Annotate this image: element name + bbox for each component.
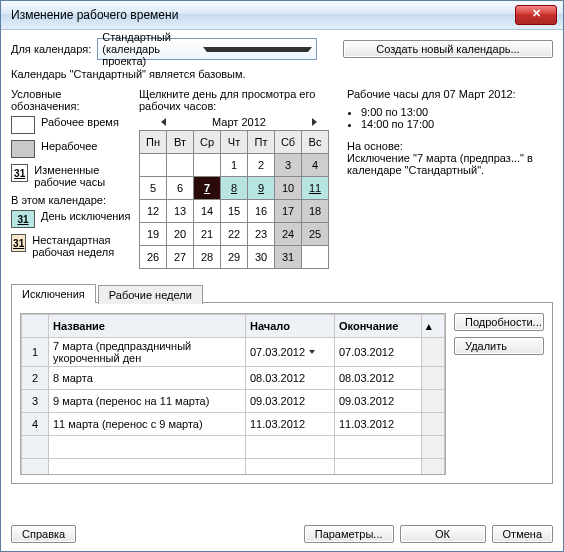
calendar-grid: ПнВтСрЧтПтСбВс12345678910111213141516171… (139, 130, 329, 269)
calendar-day[interactable]: 17 (275, 200, 302, 223)
calendar-day[interactable]: 15 (221, 200, 248, 223)
swatch-modified: 31 (11, 164, 28, 182)
calendar-day[interactable]: 14 (194, 200, 221, 223)
titlebar[interactable]: Изменение рабочего времени ✕ (1, 1, 563, 30)
swatch-nonstd-week: 31 (11, 234, 26, 252)
calendar-dow: Ср (194, 131, 221, 154)
swatch-exception: 31 (11, 210, 35, 228)
calendar-day[interactable] (194, 154, 221, 177)
calendar-select-value: Стандартный (календарь проекта) (102, 31, 203, 67)
calendar-day[interactable]: 7 (194, 177, 221, 200)
prev-month-icon[interactable] (161, 118, 166, 126)
table-row[interactable] (22, 459, 445, 476)
table-row[interactable]: 411 марта (перенос с 9 марта)11.03.20121… (22, 413, 445, 436)
calendar-day[interactable]: 13 (167, 200, 194, 223)
calendar-day[interactable]: 31 (275, 246, 302, 269)
calendar-dow: Сб (275, 131, 302, 154)
close-button[interactable]: ✕ (515, 5, 557, 25)
calendar-panel: Щелкните день для просмотра его рабочих … (139, 88, 339, 269)
calendar-instruction: Щелкните день для просмотра его рабочих … (139, 88, 339, 112)
calendar-day[interactable] (167, 154, 194, 177)
chevron-down-icon (203, 47, 312, 52)
calendar-select[interactable]: Стандартный (календарь проекта) (97, 38, 317, 60)
for-calendar-label: Для календаря: (11, 43, 91, 55)
calendar-day[interactable]: 9 (248, 177, 275, 200)
calendar-day[interactable]: 8 (221, 177, 248, 200)
working-hours-title: Рабочие часы для 07 Март 2012: (347, 88, 553, 100)
options-button[interactable]: Параметры... (304, 525, 394, 543)
calendar-day[interactable]: 23 (248, 223, 275, 246)
calendar-day[interactable]: 25 (302, 223, 329, 246)
day-detail-panel: Рабочие часы для 07 Март 2012: 9:00 по 1… (347, 88, 553, 269)
base-calendar-note: Календарь "Стандартный" является базовым… (11, 68, 553, 80)
legend-nonstd-label: Нестандартная рабочая неделя (32, 234, 131, 258)
exceptions-grid: НазваниеНачалоОкончание▴17 марта (предпр… (21, 314, 445, 475)
legend-panel: Условные обозначения: Рабочее время Нера… (11, 88, 131, 269)
calendar-dow: Пт (248, 131, 275, 154)
help-button[interactable]: Справка (11, 525, 76, 543)
table-row[interactable]: 17 марта (предпраздничный укороченный де… (22, 338, 445, 367)
swatch-nonworking (11, 140, 35, 158)
details-button[interactable]: Подробности... (454, 313, 544, 331)
legend-working-label: Рабочее время (41, 116, 119, 128)
calendar-dow: Пн (140, 131, 167, 154)
calendar-day[interactable]: 1 (221, 154, 248, 177)
calendar-month-label: Март 2012 (212, 116, 266, 128)
create-calendar-button[interactable]: Создать новый календарь... (343, 40, 553, 58)
ok-button[interactable]: ОК (400, 525, 486, 543)
calendar-dow: Вт (167, 131, 194, 154)
next-month-icon[interactable] (312, 118, 317, 126)
working-hours-item: 9:00 по 13:00 (361, 106, 553, 118)
col-end[interactable]: Окончание (335, 315, 422, 338)
exceptions-tab-panel: НазваниеНачалоОкончание▴17 марта (предпр… (11, 302, 553, 484)
cancel-button[interactable]: Отмена (492, 525, 553, 543)
table-row[interactable]: 39 марта (перенос на 11 марта)09.03.2012… (22, 390, 445, 413)
calendar-day[interactable]: 18 (302, 200, 329, 223)
col-start[interactable]: Начало (246, 315, 335, 338)
col-name[interactable]: Название (49, 315, 246, 338)
basis-text: Исключение "7 марта (предпраз..." в кале… (347, 152, 553, 176)
calendar-day[interactable]: 26 (140, 246, 167, 269)
window-title: Изменение рабочего времени (7, 8, 515, 22)
calendar-day[interactable]: 24 (275, 223, 302, 246)
calendar-day[interactable]: 29 (221, 246, 248, 269)
working-hours-list: 9:00 по 13:0014:00 по 17:00 (361, 106, 553, 130)
calendar-dow: Чт (221, 131, 248, 154)
calendar-dow: Вс (302, 131, 329, 154)
legend-header: Условные обозначения: (11, 88, 131, 112)
legend-exception-label: День исключения (41, 210, 130, 222)
calendar-day[interactable]: 2 (248, 154, 275, 177)
calendar-day[interactable]: 19 (140, 223, 167, 246)
swatch-working (11, 116, 35, 134)
calendar-day[interactable]: 11 (302, 177, 329, 200)
calendar-day[interactable]: 20 (167, 223, 194, 246)
calendar-day[interactable]: 27 (167, 246, 194, 269)
calendar-day[interactable]: 5 (140, 177, 167, 200)
calendar-day[interactable]: 16 (248, 200, 275, 223)
calendar-day[interactable]: 28 (194, 246, 221, 269)
basis-label: На основе: (347, 140, 553, 152)
working-hours-item: 14:00 по 17:00 (361, 118, 553, 130)
grid-corner (22, 315, 49, 338)
chevron-down-icon[interactable] (309, 350, 315, 354)
calendar-day[interactable]: 30 (248, 246, 275, 269)
calendar-day[interactable] (302, 246, 329, 269)
calendar-day[interactable]: 21 (194, 223, 221, 246)
table-row[interactable]: 28 марта08.03.201208.03.2012 (22, 367, 445, 390)
calendar-day[interactable] (140, 154, 167, 177)
in-this-calendar-label: В этом календаре: (11, 194, 131, 206)
calendar-day[interactable]: 3 (275, 154, 302, 177)
table-row[interactable] (22, 436, 445, 459)
tab-work-weeks[interactable]: Рабочие недели (98, 285, 203, 304)
legend-nonworking-label: Нерабочее (41, 140, 97, 152)
calendar-day[interactable]: 6 (167, 177, 194, 200)
dialog-window: Изменение рабочего времени ✕ Для календа… (0, 0, 564, 552)
calendar-day[interactable]: 4 (302, 154, 329, 177)
scroll-up-icon[interactable]: ▴ (422, 315, 445, 338)
calendar-day[interactable]: 22 (221, 223, 248, 246)
calendar-day[interactable]: 12 (140, 200, 167, 223)
calendar-day[interactable]: 10 (275, 177, 302, 200)
legend-modified-label: Измененные рабочие часы (34, 164, 131, 188)
tab-exceptions[interactable]: Исключения (11, 284, 96, 303)
delete-button[interactable]: Удалить (454, 337, 544, 355)
